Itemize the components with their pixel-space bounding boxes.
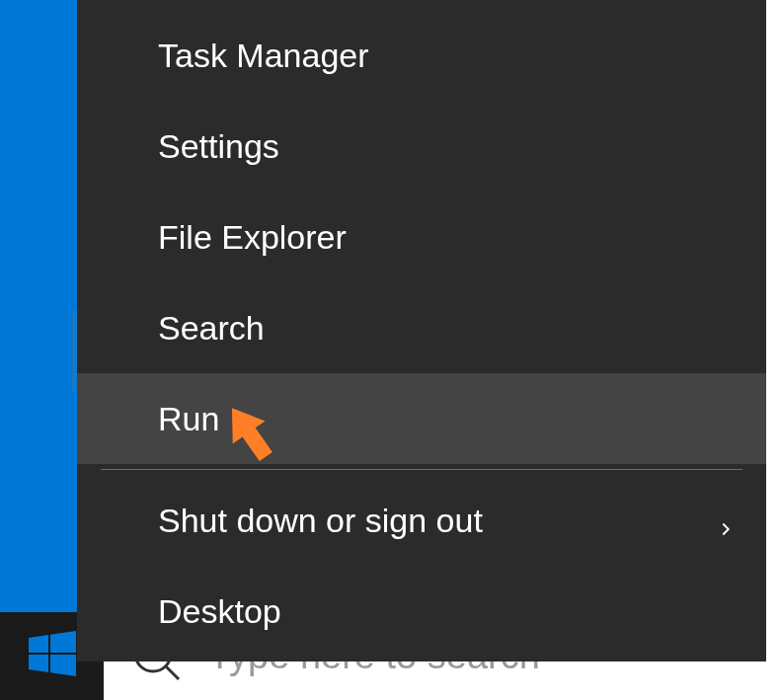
edge-border — [764, 0, 780, 700]
menu-item-label: Shut down or sign out — [158, 502, 483, 540]
svg-line-1 — [166, 666, 179, 679]
menu-item-desktop[interactable]: Desktop — [77, 566, 766, 657]
menu-item-settings[interactable]: Settings — [77, 101, 766, 192]
menu-item-label: Settings — [158, 127, 279, 166]
menu-item-label: Search — [158, 309, 265, 348]
chevron-right-icon — [715, 509, 737, 531]
menu-item-label: Run — [158, 400, 219, 438]
menu-item-search[interactable]: Search — [77, 282, 766, 373]
menu-separator — [101, 469, 742, 470]
menu-item-label: File Explorer — [158, 218, 347, 257]
menu-item-file-explorer[interactable]: File Explorer — [77, 192, 766, 282]
menu-item-task-manager[interactable]: Task Manager — [77, 10, 766, 101]
menu-item-label: Task Manager — [158, 37, 369, 75]
menu-item-shutdown[interactable]: Shut down or sign out — [77, 475, 766, 566]
menu-item-label: Desktop — [158, 592, 281, 631]
winx-context-menu: Task Manager Settings File Explorer Sear… — [77, 0, 766, 661]
windows-logo-icon — [29, 631, 76, 682]
menu-item-run[interactable]: Run — [77, 373, 766, 464]
